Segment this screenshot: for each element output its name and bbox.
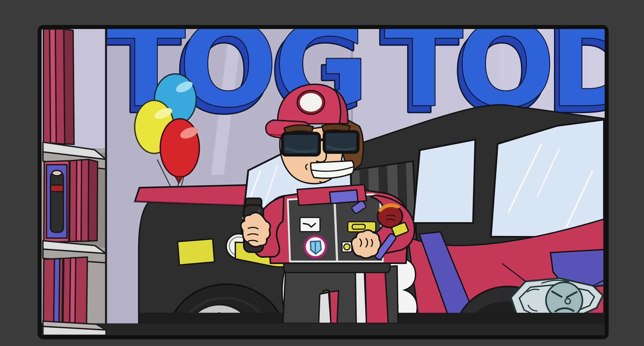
driver-leg-stripe-inner bbox=[319, 292, 331, 324]
driver-sunglasses bbox=[282, 132, 358, 155]
car-quarter-window bbox=[413, 140, 475, 223]
showroom-floor bbox=[42, 324, 605, 335]
car-spoiler bbox=[135, 185, 258, 206]
driver-legs bbox=[283, 266, 398, 323]
driver-grin bbox=[311, 161, 354, 178]
shelf-boxes-lower bbox=[44, 257, 88, 330]
merch-shelf bbox=[42, 29, 106, 335]
car-yellow-decal-rear bbox=[178, 239, 214, 265]
video-frame[interactable]: T O G T O D T O G T O D bbox=[38, 25, 609, 339]
shelf-boxes-middle bbox=[44, 159, 98, 242]
player-background: { "frame": { "kind": "video-still", "bac… bbox=[0, 0, 644, 346]
product-bottle-art bbox=[50, 172, 64, 232]
svg-text:O: O bbox=[179, 29, 277, 132]
cartoon-scene: T O G T O D T O G T O D bbox=[42, 29, 605, 335]
shelf-boxes-top bbox=[44, 29, 74, 145]
cap-logo bbox=[298, 92, 323, 113]
